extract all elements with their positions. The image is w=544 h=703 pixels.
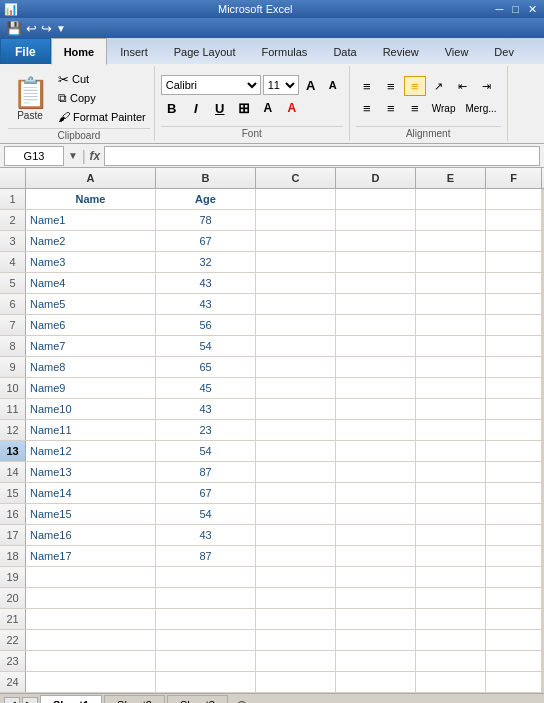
grid-cell[interactable] — [256, 546, 336, 566]
row-number[interactable]: 17 — [0, 525, 26, 545]
row-number[interactable]: 10 — [0, 378, 26, 398]
grid-cell[interactable] — [26, 588, 156, 608]
grid-cell[interactable] — [416, 273, 486, 293]
grid-cell[interactable]: Name3 — [26, 252, 156, 272]
sheet-tab-sheet2[interactable]: Sheet2 — [104, 695, 165, 704]
grid-cell[interactable]: Name14 — [26, 483, 156, 503]
grid-cell[interactable] — [256, 525, 336, 545]
grid-cell[interactable] — [416, 294, 486, 314]
grid-cell[interactable] — [256, 252, 336, 272]
col-header-d[interactable]: D — [336, 168, 416, 188]
grid-cell[interactable] — [486, 210, 542, 230]
grid-cell[interactable] — [486, 588, 542, 608]
grid-cell[interactable]: 67 — [156, 231, 256, 251]
grid-cell[interactable]: 45 — [156, 378, 256, 398]
row-number[interactable]: 4 — [0, 252, 26, 272]
grid-cell[interactable] — [336, 525, 416, 545]
align-top-center-button[interactable]: ≡ — [380, 76, 402, 96]
grid-cell[interactable]: 56 — [156, 315, 256, 335]
grid-cell[interactable] — [26, 567, 156, 587]
grid-cell[interactable] — [416, 210, 486, 230]
grid-cell[interactable] — [416, 525, 486, 545]
grid-cell[interactable] — [336, 357, 416, 377]
grid-cell[interactable] — [336, 294, 416, 314]
grid-cell[interactable] — [256, 630, 336, 650]
grid-cell[interactable] — [416, 630, 486, 650]
grid-cell[interactable]: Name16 — [26, 525, 156, 545]
grid-cell[interactable] — [256, 651, 336, 671]
grid-cell[interactable] — [336, 189, 416, 209]
grid-cell[interactable] — [486, 651, 542, 671]
tab-file[interactable]: File — [0, 38, 51, 64]
tab-review[interactable]: Review — [370, 38, 432, 64]
border-button[interactable]: ⊞ — [233, 97, 255, 119]
row-number[interactable]: 20 — [0, 588, 26, 608]
grid-cell[interactable] — [256, 588, 336, 608]
row-number[interactable]: 6 — [0, 294, 26, 314]
grid-cell[interactable] — [416, 420, 486, 440]
grid-cell[interactable] — [486, 525, 542, 545]
row-number[interactable]: 21 — [0, 609, 26, 629]
grid-cell[interactable] — [336, 483, 416, 503]
tab-dev[interactable]: Dev — [481, 38, 527, 64]
window-close[interactable]: ✕ — [525, 3, 540, 16]
grid-cell[interactable]: Name8 — [26, 357, 156, 377]
grid-cell[interactable] — [416, 609, 486, 629]
tab-home[interactable]: Home — [51, 38, 108, 65]
grid-cell[interactable]: Name4 — [26, 273, 156, 293]
row-number[interactable]: 5 — [0, 273, 26, 293]
sheet-next-button[interactable]: ▶ — [22, 697, 38, 704]
window-maximize[interactable]: □ — [509, 3, 522, 15]
grid-cell[interactable] — [416, 399, 486, 419]
grid-cell[interactable]: Name6 — [26, 315, 156, 335]
grid-cell[interactable] — [156, 567, 256, 587]
align-top-right-button[interactable]: ≡ — [404, 76, 426, 96]
grid-cell[interactable] — [256, 336, 336, 356]
grid-cell[interactable] — [486, 399, 542, 419]
grid-cell[interactable] — [416, 672, 486, 692]
row-number[interactable]: 2 — [0, 210, 26, 230]
grid-cell[interactable] — [156, 630, 256, 650]
align-right-button[interactable]: ≡ — [404, 98, 426, 118]
grid-cell[interactable] — [416, 651, 486, 671]
grid-cell[interactable] — [156, 588, 256, 608]
grid-cell[interactable] — [336, 273, 416, 293]
grid-cell[interactable] — [256, 273, 336, 293]
add-sheet-button[interactable]: ⊕ — [232, 697, 252, 704]
grid-cell[interactable] — [336, 231, 416, 251]
wrap-text-button[interactable]: Wrap — [428, 98, 460, 118]
grid-cell[interactable] — [336, 315, 416, 335]
grid-cell[interactable] — [336, 462, 416, 482]
grid-cell[interactable]: Name7 — [26, 336, 156, 356]
font-name-select[interactable]: Calibri — [161, 75, 261, 95]
grid-cell[interactable]: 87 — [156, 546, 256, 566]
col-header-e[interactable]: E — [416, 168, 486, 188]
grid-cell[interactable] — [26, 630, 156, 650]
indent-decrease-button[interactable]: ⇤ — [452, 76, 474, 96]
tab-data[interactable]: Data — [320, 38, 369, 64]
underline-button[interactable]: U — [209, 97, 231, 119]
row-number[interactable]: 13 — [0, 441, 26, 461]
grid-cell[interactable] — [336, 441, 416, 461]
grid-cell[interactable] — [486, 441, 542, 461]
save-icon[interactable]: 💾 — [6, 21, 22, 36]
grid-cell[interactable] — [256, 315, 336, 335]
grid-cell[interactable]: 67 — [156, 483, 256, 503]
grid-cell[interactable] — [256, 231, 336, 251]
copy-button[interactable]: ⧉ Copy — [54, 89, 150, 107]
grid-cell[interactable]: 87 — [156, 462, 256, 482]
grid-cell[interactable]: Name9 — [26, 378, 156, 398]
grid-cell[interactable] — [256, 189, 336, 209]
grid-cell[interactable] — [486, 483, 542, 503]
grid-cell[interactable] — [336, 672, 416, 692]
grid-cell[interactable]: Name12 — [26, 441, 156, 461]
row-number[interactable]: 9 — [0, 357, 26, 377]
grid-cell[interactable] — [486, 252, 542, 272]
grid-cell[interactable] — [486, 672, 542, 692]
grid-cell[interactable]: 54 — [156, 336, 256, 356]
sheet-tab-sheet3[interactable]: Sheet3 — [167, 695, 228, 704]
cut-button[interactable]: ✂ Cut — [54, 70, 150, 88]
grid-cell[interactable]: Name11 — [26, 420, 156, 440]
grid-cell[interactable] — [486, 567, 542, 587]
italic-button[interactable]: I — [185, 97, 207, 119]
